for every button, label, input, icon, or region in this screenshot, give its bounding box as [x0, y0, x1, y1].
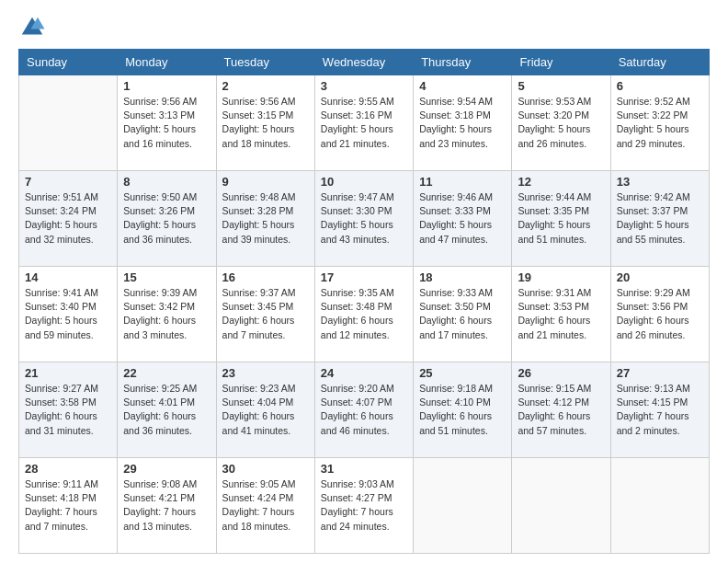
day-number: 10: [321, 175, 407, 189]
day-number: 24: [321, 366, 407, 380]
calendar-cell: 21Sunrise: 9:27 AMSunset: 3:58 PMDayligh…: [19, 362, 118, 458]
day-info: Sunrise: 9:44 AMSunset: 3:35 PMDaylight:…: [518, 190, 604, 247]
day-info: Sunrise: 9:35 AMSunset: 3:48 PMDaylight:…: [321, 286, 407, 342]
day-info: Sunrise: 9:54 AMSunset: 3:18 PMDaylight:…: [419, 95, 506, 151]
day-info: Sunrise: 9:48 AMSunset: 3:28 PMDaylight:…: [222, 190, 309, 247]
day-number: 31: [321, 462, 407, 476]
calendar-cell: 22Sunrise: 9:25 AMSunset: 4:01 PMDayligh…: [118, 362, 216, 458]
calendar-cell: 19Sunrise: 9:31 AMSunset: 3:53 PMDayligh…: [512, 267, 610, 362]
day-number: 2: [222, 79, 309, 93]
day-info: Sunrise: 9:31 AMSunset: 3:53 PMDaylight:…: [518, 286, 604, 342]
calendar-cell: 23Sunrise: 9:23 AMSunset: 4:04 PMDayligh…: [216, 362, 314, 458]
day-number: 12: [518, 175, 604, 189]
day-info: Sunrise: 9:20 AMSunset: 4:07 PMDaylight:…: [321, 382, 407, 438]
day-info: Sunrise: 9:08 AMSunset: 4:21 PMDaylight:…: [123, 477, 210, 534]
day-number: 18: [419, 270, 506, 284]
day-number: 15: [123, 270, 210, 284]
day-info: Sunrise: 9:51 AMSunset: 3:24 PMDaylight:…: [25, 190, 111, 247]
calendar-cell: 8Sunrise: 9:50 AMSunset: 3:26 PMDaylight…: [118, 171, 216, 267]
col-header-wednesday: Wednesday: [314, 50, 413, 75]
day-number: 14: [25, 270, 111, 284]
calendar-cell: 12Sunrise: 9:44 AMSunset: 3:35 PMDayligh…: [512, 171, 610, 267]
day-info: Sunrise: 9:55 AMSunset: 3:16 PMDaylight:…: [321, 95, 407, 151]
day-number: 22: [123, 366, 210, 380]
day-info: Sunrise: 9:37 AMSunset: 3:45 PMDaylight:…: [222, 286, 309, 342]
calendar-cell: 18Sunrise: 9:33 AMSunset: 3:50 PMDayligh…: [414, 267, 512, 362]
calendar-cell: 3Sunrise: 9:55 AMSunset: 3:16 PMDaylight…: [314, 75, 413, 171]
day-info: Sunrise: 9:15 AMSunset: 4:12 PMDaylight:…: [518, 382, 604, 438]
day-number: 11: [419, 175, 506, 189]
calendar-cell: 5Sunrise: 9:53 AMSunset: 3:20 PMDaylight…: [512, 75, 610, 171]
day-number: 1: [123, 79, 210, 93]
day-number: 4: [419, 79, 506, 93]
day-info: Sunrise: 9:25 AMSunset: 4:01 PMDaylight:…: [123, 382, 210, 438]
day-number: 17: [321, 270, 407, 284]
col-header-saturday: Saturday: [610, 50, 709, 75]
calendar-cell: 17Sunrise: 9:35 AMSunset: 3:48 PMDayligh…: [314, 267, 413, 362]
day-number: 13: [617, 175, 703, 189]
calendar-cell: [414, 458, 512, 554]
day-info: Sunrise: 9:52 AMSunset: 3:22 PMDaylight:…: [617, 95, 703, 151]
day-info: Sunrise: 9:47 AMSunset: 3:30 PMDaylight:…: [321, 190, 407, 247]
calendar-cell: 13Sunrise: 9:42 AMSunset: 3:37 PMDayligh…: [610, 171, 709, 267]
day-info: Sunrise: 9:23 AMSunset: 4:04 PMDaylight:…: [222, 382, 309, 438]
day-info: Sunrise: 9:29 AMSunset: 3:56 PMDaylight:…: [617, 286, 703, 342]
col-header-thursday: Thursday: [414, 50, 512, 75]
day-info: Sunrise: 9:56 AMSunset: 3:13 PMDaylight:…: [123, 95, 210, 151]
day-info: Sunrise: 9:53 AMSunset: 3:20 PMDaylight:…: [518, 95, 604, 151]
calendar-cell: 28Sunrise: 9:11 AMSunset: 4:18 PMDayligh…: [19, 458, 118, 554]
calendar-cell: [19, 75, 118, 171]
page: SundayMondayTuesdayWednesdayThursdayFrid…: [0, 0, 728, 563]
day-number: 20: [617, 270, 703, 284]
day-number: 8: [123, 175, 210, 189]
day-info: Sunrise: 9:18 AMSunset: 4:10 PMDaylight:…: [419, 382, 506, 438]
calendar-table: SundayMondayTuesdayWednesdayThursdayFrid…: [18, 49, 710, 554]
col-header-tuesday: Tuesday: [216, 50, 314, 75]
logo: [18, 14, 50, 41]
day-info: Sunrise: 9:39 AMSunset: 3:42 PMDaylight:…: [123, 286, 210, 342]
day-number: 28: [25, 462, 111, 476]
day-number: 6: [617, 79, 703, 93]
calendar-cell: 27Sunrise: 9:13 AMSunset: 4:15 PMDayligh…: [610, 362, 709, 458]
header: [18, 14, 710, 41]
day-info: Sunrise: 9:27 AMSunset: 3:58 PMDaylight:…: [25, 382, 111, 438]
day-number: 29: [123, 462, 210, 476]
calendar-cell: 10Sunrise: 9:47 AMSunset: 3:30 PMDayligh…: [314, 171, 413, 267]
calendar-cell: [512, 458, 610, 554]
calendar-cell: 30Sunrise: 9:05 AMSunset: 4:24 PMDayligh…: [216, 458, 314, 554]
calendar-cell: [610, 458, 709, 554]
day-info: Sunrise: 9:13 AMSunset: 4:15 PMDaylight:…: [617, 382, 703, 438]
calendar-cell: 14Sunrise: 9:41 AMSunset: 3:40 PMDayligh…: [19, 267, 118, 362]
col-header-monday: Monday: [118, 50, 216, 75]
day-info: Sunrise: 9:50 AMSunset: 3:26 PMDaylight:…: [123, 190, 210, 247]
calendar-cell: 11Sunrise: 9:46 AMSunset: 3:33 PMDayligh…: [414, 171, 512, 267]
col-header-sunday: Sunday: [19, 50, 118, 75]
day-number: 7: [25, 175, 111, 189]
calendar-cell: 2Sunrise: 9:56 AMSunset: 3:15 PMDaylight…: [216, 75, 314, 171]
calendar-cell: 4Sunrise: 9:54 AMSunset: 3:18 PMDaylight…: [414, 75, 512, 171]
day-number: 25: [419, 366, 506, 380]
logo-icon: [18, 14, 46, 41]
calendar-cell: 15Sunrise: 9:39 AMSunset: 3:42 PMDayligh…: [118, 267, 216, 362]
day-info: Sunrise: 9:11 AMSunset: 4:18 PMDaylight:…: [25, 477, 111, 534]
day-number: 30: [222, 462, 309, 476]
calendar-cell: 16Sunrise: 9:37 AMSunset: 3:45 PMDayligh…: [216, 267, 314, 362]
day-info: Sunrise: 9:33 AMSunset: 3:50 PMDaylight:…: [419, 286, 506, 342]
day-info: Sunrise: 9:42 AMSunset: 3:37 PMDaylight:…: [617, 190, 703, 247]
day-info: Sunrise: 9:05 AMSunset: 4:24 PMDaylight:…: [222, 477, 309, 534]
day-number: 5: [518, 79, 604, 93]
calendar-cell: 20Sunrise: 9:29 AMSunset: 3:56 PMDayligh…: [610, 267, 709, 362]
calendar-cell: 9Sunrise: 9:48 AMSunset: 3:28 PMDaylight…: [216, 171, 314, 267]
calendar-cell: 31Sunrise: 9:03 AMSunset: 4:27 PMDayligh…: [314, 458, 413, 554]
calendar-cell: 7Sunrise: 9:51 AMSunset: 3:24 PMDaylight…: [19, 171, 118, 267]
day-info: Sunrise: 9:56 AMSunset: 3:15 PMDaylight:…: [222, 95, 309, 151]
day-number: 21: [25, 366, 111, 380]
calendar-cell: 1Sunrise: 9:56 AMSunset: 3:13 PMDaylight…: [118, 75, 216, 171]
calendar-cell: 6Sunrise: 9:52 AMSunset: 3:22 PMDaylight…: [610, 75, 709, 171]
day-number: 19: [518, 270, 604, 284]
day-number: 27: [617, 366, 703, 380]
day-number: 16: [222, 270, 309, 284]
calendar-cell: 29Sunrise: 9:08 AMSunset: 4:21 PMDayligh…: [118, 458, 216, 554]
day-number: 3: [321, 79, 407, 93]
day-info: Sunrise: 9:46 AMSunset: 3:33 PMDaylight:…: [419, 190, 506, 247]
